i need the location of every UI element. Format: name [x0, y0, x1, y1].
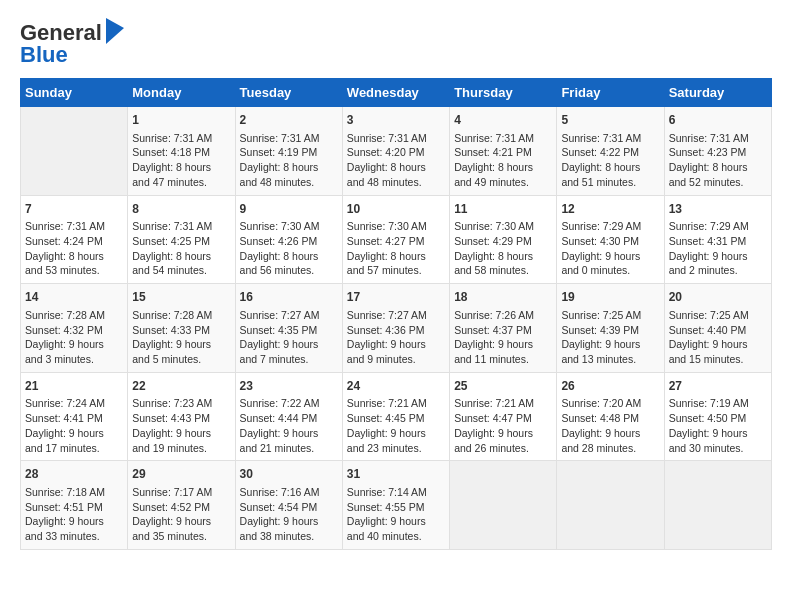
calendar-cell: 1Sunrise: 7:31 AMSunset: 4:18 PMDaylight…	[128, 107, 235, 196]
day-number: 24	[347, 378, 445, 395]
day-number: 8	[132, 201, 230, 218]
calendar-cell: 2Sunrise: 7:31 AMSunset: 4:19 PMDaylight…	[235, 107, 342, 196]
day-number: 18	[454, 289, 552, 306]
calendar-week-row: 14Sunrise: 7:28 AMSunset: 4:32 PMDayligh…	[21, 284, 772, 373]
calendar-cell: 16Sunrise: 7:27 AMSunset: 4:35 PMDayligh…	[235, 284, 342, 373]
day-info: Sunrise: 7:17 AMSunset: 4:52 PMDaylight:…	[132, 485, 230, 544]
day-number: 27	[669, 378, 767, 395]
day-number: 7	[25, 201, 123, 218]
logo: General Blue	[20, 20, 124, 68]
day-number: 3	[347, 112, 445, 129]
day-number: 16	[240, 289, 338, 306]
day-number: 21	[25, 378, 123, 395]
day-number: 25	[454, 378, 552, 395]
calendar-cell	[450, 461, 557, 550]
day-number: 13	[669, 201, 767, 218]
day-info: Sunrise: 7:14 AMSunset: 4:55 PMDaylight:…	[347, 485, 445, 544]
calendar-week-row: 1Sunrise: 7:31 AMSunset: 4:18 PMDaylight…	[21, 107, 772, 196]
calendar-cell: 24Sunrise: 7:21 AMSunset: 4:45 PMDayligh…	[342, 372, 449, 461]
day-info: Sunrise: 7:27 AMSunset: 4:35 PMDaylight:…	[240, 308, 338, 367]
day-number: 23	[240, 378, 338, 395]
calendar-cell: 26Sunrise: 7:20 AMSunset: 4:48 PMDayligh…	[557, 372, 664, 461]
day-number: 17	[347, 289, 445, 306]
day-number: 2	[240, 112, 338, 129]
calendar-cell: 27Sunrise: 7:19 AMSunset: 4:50 PMDayligh…	[664, 372, 771, 461]
calendar-cell: 7Sunrise: 7:31 AMSunset: 4:24 PMDaylight…	[21, 195, 128, 284]
day-info: Sunrise: 7:31 AMSunset: 4:23 PMDaylight:…	[669, 131, 767, 190]
calendar-cell: 20Sunrise: 7:25 AMSunset: 4:40 PMDayligh…	[664, 284, 771, 373]
day-number: 30	[240, 466, 338, 483]
day-info: Sunrise: 7:30 AMSunset: 4:29 PMDaylight:…	[454, 219, 552, 278]
day-info: Sunrise: 7:31 AMSunset: 4:22 PMDaylight:…	[561, 131, 659, 190]
day-info: Sunrise: 7:28 AMSunset: 4:32 PMDaylight:…	[25, 308, 123, 367]
calendar-header-friday: Friday	[557, 79, 664, 107]
day-info: Sunrise: 7:29 AMSunset: 4:31 PMDaylight:…	[669, 219, 767, 278]
day-info: Sunrise: 7:26 AMSunset: 4:37 PMDaylight:…	[454, 308, 552, 367]
day-number: 6	[669, 112, 767, 129]
day-number: 4	[454, 112, 552, 129]
calendar-cell: 5Sunrise: 7:31 AMSunset: 4:22 PMDaylight…	[557, 107, 664, 196]
day-info: Sunrise: 7:31 AMSunset: 4:18 PMDaylight:…	[132, 131, 230, 190]
day-number: 28	[25, 466, 123, 483]
day-info: Sunrise: 7:22 AMSunset: 4:44 PMDaylight:…	[240, 396, 338, 455]
day-info: Sunrise: 7:30 AMSunset: 4:26 PMDaylight:…	[240, 219, 338, 278]
calendar-cell: 18Sunrise: 7:26 AMSunset: 4:37 PMDayligh…	[450, 284, 557, 373]
day-number: 11	[454, 201, 552, 218]
day-info: Sunrise: 7:27 AMSunset: 4:36 PMDaylight:…	[347, 308, 445, 367]
calendar-cell: 8Sunrise: 7:31 AMSunset: 4:25 PMDaylight…	[128, 195, 235, 284]
calendar-cell: 14Sunrise: 7:28 AMSunset: 4:32 PMDayligh…	[21, 284, 128, 373]
calendar-header-wednesday: Wednesday	[342, 79, 449, 107]
calendar-week-row: 28Sunrise: 7:18 AMSunset: 4:51 PMDayligh…	[21, 461, 772, 550]
day-info: Sunrise: 7:18 AMSunset: 4:51 PMDaylight:…	[25, 485, 123, 544]
day-number: 19	[561, 289, 659, 306]
calendar-cell: 6Sunrise: 7:31 AMSunset: 4:23 PMDaylight…	[664, 107, 771, 196]
calendar-week-row: 7Sunrise: 7:31 AMSunset: 4:24 PMDaylight…	[21, 195, 772, 284]
day-info: Sunrise: 7:20 AMSunset: 4:48 PMDaylight:…	[561, 396, 659, 455]
day-info: Sunrise: 7:31 AMSunset: 4:19 PMDaylight:…	[240, 131, 338, 190]
day-info: Sunrise: 7:31 AMSunset: 4:24 PMDaylight:…	[25, 219, 123, 278]
day-number: 14	[25, 289, 123, 306]
calendar-header-thursday: Thursday	[450, 79, 557, 107]
calendar-header-saturday: Saturday	[664, 79, 771, 107]
day-number: 20	[669, 289, 767, 306]
calendar-cell	[664, 461, 771, 550]
day-number: 12	[561, 201, 659, 218]
day-number: 22	[132, 378, 230, 395]
day-number: 5	[561, 112, 659, 129]
day-number: 1	[132, 112, 230, 129]
calendar-cell: 3Sunrise: 7:31 AMSunset: 4:20 PMDaylight…	[342, 107, 449, 196]
calendar-header-monday: Monday	[128, 79, 235, 107]
day-info: Sunrise: 7:21 AMSunset: 4:45 PMDaylight:…	[347, 396, 445, 455]
calendar-cell: 15Sunrise: 7:28 AMSunset: 4:33 PMDayligh…	[128, 284, 235, 373]
calendar-cell: 9Sunrise: 7:30 AMSunset: 4:26 PMDaylight…	[235, 195, 342, 284]
day-number: 29	[132, 466, 230, 483]
calendar-cell: 22Sunrise: 7:23 AMSunset: 4:43 PMDayligh…	[128, 372, 235, 461]
day-info: Sunrise: 7:28 AMSunset: 4:33 PMDaylight:…	[132, 308, 230, 367]
day-info: Sunrise: 7:19 AMSunset: 4:50 PMDaylight:…	[669, 396, 767, 455]
calendar-cell: 23Sunrise: 7:22 AMSunset: 4:44 PMDayligh…	[235, 372, 342, 461]
calendar-header-tuesday: Tuesday	[235, 79, 342, 107]
day-number: 31	[347, 466, 445, 483]
calendar-cell: 25Sunrise: 7:21 AMSunset: 4:47 PMDayligh…	[450, 372, 557, 461]
day-info: Sunrise: 7:29 AMSunset: 4:30 PMDaylight:…	[561, 219, 659, 278]
calendar-table: SundayMondayTuesdayWednesdayThursdayFrid…	[20, 78, 772, 550]
calendar-cell: 13Sunrise: 7:29 AMSunset: 4:31 PMDayligh…	[664, 195, 771, 284]
calendar-cell: 21Sunrise: 7:24 AMSunset: 4:41 PMDayligh…	[21, 372, 128, 461]
calendar-cell: 29Sunrise: 7:17 AMSunset: 4:52 PMDayligh…	[128, 461, 235, 550]
day-info: Sunrise: 7:30 AMSunset: 4:27 PMDaylight:…	[347, 219, 445, 278]
day-info: Sunrise: 7:25 AMSunset: 4:39 PMDaylight:…	[561, 308, 659, 367]
day-info: Sunrise: 7:16 AMSunset: 4:54 PMDaylight:…	[240, 485, 338, 544]
calendar-cell	[557, 461, 664, 550]
calendar-cell: 17Sunrise: 7:27 AMSunset: 4:36 PMDayligh…	[342, 284, 449, 373]
calendar-header-sunday: Sunday	[21, 79, 128, 107]
day-info: Sunrise: 7:31 AMSunset: 4:21 PMDaylight:…	[454, 131, 552, 190]
day-info: Sunrise: 7:25 AMSunset: 4:40 PMDaylight:…	[669, 308, 767, 367]
logo-icon	[104, 18, 124, 44]
calendar-cell	[21, 107, 128, 196]
calendar-cell: 19Sunrise: 7:25 AMSunset: 4:39 PMDayligh…	[557, 284, 664, 373]
day-info: Sunrise: 7:21 AMSunset: 4:47 PMDaylight:…	[454, 396, 552, 455]
day-number: 15	[132, 289, 230, 306]
calendar-cell: 12Sunrise: 7:29 AMSunset: 4:30 PMDayligh…	[557, 195, 664, 284]
calendar-cell: 4Sunrise: 7:31 AMSunset: 4:21 PMDaylight…	[450, 107, 557, 196]
day-number: 10	[347, 201, 445, 218]
